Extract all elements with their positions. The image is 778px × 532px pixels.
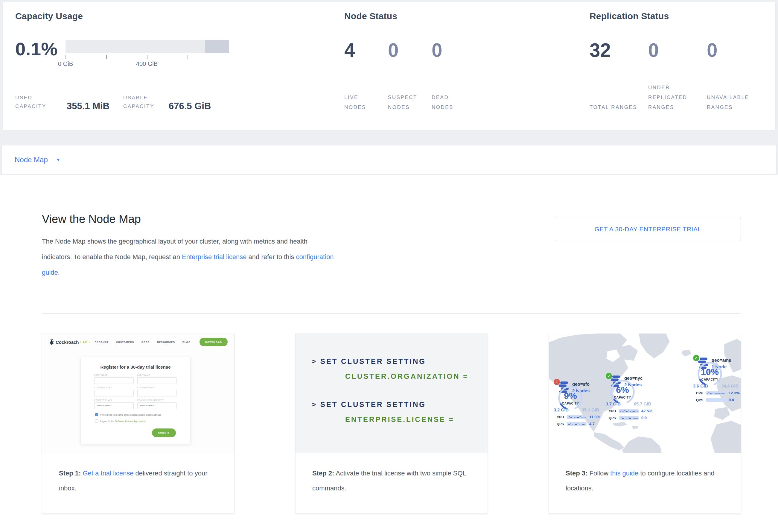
description-text: . — [58, 269, 60, 276]
replication-status-section: Replication Status 32 TOTAL RANGES 0 UND… — [590, 11, 768, 112]
cpu-value: 42.5% — [641, 409, 652, 413]
unavailable-ranges-value: 0 — [707, 39, 768, 61]
usable-capacity-value: 676.5 GiB — [169, 101, 211, 111]
under-replicated-ranges-stat: 0 UNDER-REPLICATED RANGES — [648, 39, 707, 112]
step-3-card: 1 geo=sfo 2 Nodes 9% CAPA — [549, 333, 741, 514]
qps-value: 0.0 — [729, 398, 734, 402]
cpu-value: 11.0% — [589, 415, 600, 419]
project-phase-select: PROJECT PHASE Please Select — [94, 399, 134, 409]
cpu-label: CPU — [557, 415, 567, 419]
license-agreement-checkbox-row: I agree to the Software License Agreemen… — [95, 420, 190, 423]
total-ranges-stat: 32 TOTAL RANGES — [590, 39, 648, 112]
live-nodes-label: LIVE NODES — [344, 92, 380, 112]
get-trial-license-link[interactable]: Get a trial license — [83, 469, 134, 477]
get-enterprise-trial-button[interactable]: GET A 30-DAY ENTERPRISE TRIAL — [555, 217, 741, 241]
capacity-percent: 10% — [695, 367, 724, 377]
suspect-nodes-stat: 0 SUSPECT NODES — [388, 39, 432, 112]
total-ranges-label: TOTAL RANGES — [590, 102, 637, 112]
capacity-total: 35.1 GiB — [582, 407, 599, 412]
qps-sparkline — [706, 398, 726, 402]
capacity-bar — [66, 40, 229, 53]
live-nodes-stat: 4 LIVE NODES — [344, 39, 388, 112]
sql-command-1: > SET CLUSTER SETTING CLUSTER.ORGANIZATI… — [312, 357, 487, 381]
qps-value: 4.7 — [589, 422, 595, 426]
reason-for-interest-select: REASON FOR INTEREST Please Select — [137, 399, 177, 409]
checkbox-unchecked-icon — [95, 420, 98, 423]
capacity-word: CAPACITY — [608, 395, 637, 399]
under-replicated-ranges-label: UNDER-REPLICATED RANGES — [648, 83, 699, 112]
capacity-bar-other-usage — [205, 40, 229, 53]
axis-tick — [106, 55, 107, 59]
first-name-field: FIRST NAME — [94, 374, 134, 384]
cluster-overview-page: Capacity Usage 0.1% 0 GiB 400 GiB — [0, 0, 778, 532]
sql-commands-illustration: > SET CLUSTER SETTING CLUSTER.ORGANIZATI… — [296, 333, 487, 453]
total-ranges-value: 32 — [590, 39, 648, 61]
dead-nodes-stat: 0 DEAD NODES — [432, 39, 476, 112]
company-name-field: COMPANY NAME — [94, 387, 134, 396]
qps-sparkline — [619, 416, 639, 420]
capacity-word: CAPACITY — [695, 378, 724, 381]
unavailable-ranges-label: UNAVAILABLE RANGES — [707, 92, 760, 112]
dead-nodes-label: DEAD NODES — [432, 92, 469, 112]
node-map-dropdown[interactable]: Node Map ▼ — [15, 156, 60, 164]
minisite-submit-button: SUBMIT — [152, 429, 176, 437]
minisite-nav-links: PRODUCT CUSTOMERS DOCS RESOURCES BLOG — [95, 341, 190, 344]
usable-capacity-label: USABLE CAPACITY — [123, 93, 165, 111]
dead-nodes-value: 0 — [432, 39, 476, 61]
step-2-card: > SET CLUSTER SETTING CLUSTER.ORGANIZATI… — [295, 333, 488, 514]
cockroach-labs-logo: Cockroach LABS — [49, 339, 90, 345]
step-2-caption: Step 2: Activate the trial license with … — [296, 453, 487, 496]
page-title: View the Node Map — [42, 213, 141, 226]
cluster-summary-panel: Capacity Usage 0.1% 0 GiB 400 GiB — [2, 2, 776, 131]
trial-steps-cards: Cockroach LABS PRODUCT CUSTOMERS DOCS RE… — [42, 333, 741, 514]
axis-tick — [187, 55, 188, 59]
capacity-used: 3.6 GiB — [693, 384, 708, 388]
node-status-section: Node Status 4 LIVE NODES 0 SUSPECT NODES… — [344, 11, 476, 112]
axis-tick — [147, 55, 147, 59]
axis-tick-label: 0 GiB — [58, 61, 73, 67]
suspect-nodes-label: SUSPECT NODES — [388, 92, 424, 112]
live-nodes-value: 4 — [344, 39, 388, 61]
capacity-usage-title: Capacity Usage — [15, 11, 229, 21]
step-1-card: Cockroach LABS PRODUCT CUSTOMERS DOCS RE… — [42, 333, 235, 514]
capacity-usage-section: Capacity Usage 0.1% 0 GiB 400 GiB — [15, 11, 229, 111]
software-license-link: Software License Agreement. — [115, 420, 146, 423]
this-guide-link[interactable]: this guide — [610, 469, 638, 477]
qps-value: 0.0 — [641, 415, 647, 420]
chevron-down-icon: ▼ — [56, 157, 60, 162]
section-divider — [42, 313, 740, 314]
cpu-label: CPU — [609, 409, 619, 413]
capacity-used: 3.2 GiB — [554, 407, 569, 412]
minisite-brand: Cockroach — [56, 339, 79, 345]
company-email-field: COMPANY EMAIL — [137, 387, 177, 396]
capacity-word: CAPACITY — [556, 401, 585, 405]
cpu-sparkline — [619, 409, 639, 413]
qps-sparkline — [567, 422, 587, 426]
sql-prompt: > — [312, 357, 317, 365]
node-status-title: Node Status — [344, 11, 476, 21]
email-updates-checkbox-row: ✓ I would like to receive email updates … — [95, 413, 190, 416]
minisite-download-button: DOWNLOAD — [200, 338, 228, 346]
cpu-value: 12.3% — [729, 391, 740, 395]
axis-tick — [66, 55, 66, 59]
step-1-caption: Step 1: Get a trial license delivered st… — [42, 453, 234, 496]
capacity-total: 65.7 GiB — [634, 401, 651, 406]
node-map-preview: 1 geo=sfo 2 Nodes 9% CAPA — [549, 333, 741, 453]
qps-label: QPS — [696, 398, 706, 402]
node-map-placeholder-panel: View the Node Map The Node Map shows the… — [0, 175, 778, 532]
trial-registration-form: Register for a 30-day trial license FIRS… — [80, 357, 190, 444]
unavailable-ranges-stat: 0 UNAVAILABLE RANGES — [707, 39, 768, 112]
used-capacity-label: USED CAPACITY — [15, 93, 55, 111]
axis-tick-label: 400 GiB — [136, 61, 158, 67]
capacity-percent: 6% — [608, 385, 637, 395]
minisite-nav-item: RESOURCES — [157, 341, 175, 344]
qps-label: QPS — [557, 422, 567, 426]
minisite-navbar: Cockroach LABS PRODUCT CUSTOMERS DOCS RE… — [49, 337, 228, 347]
capacity-bar-axis: 0 GiB 400 GiB — [66, 53, 229, 70]
sql-prompt: > — [312, 400, 317, 408]
minisite-nav-item: BLOG — [182, 341, 190, 344]
suspect-nodes-value: 0 — [388, 39, 432, 61]
registration-site-screenshot: Cockroach LABS PRODUCT CUSTOMERS DOCS RE… — [42, 333, 234, 453]
capacity-used: 3.7 GiB — [606, 401, 621, 406]
enterprise-trial-license-link[interactable]: Enterprise trial license — [182, 253, 246, 260]
